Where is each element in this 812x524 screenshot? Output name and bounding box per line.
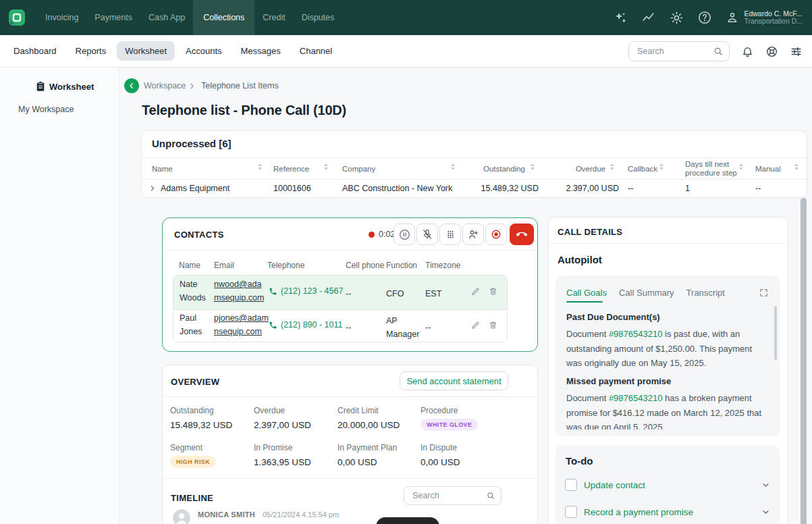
insights-trend-icon[interactable]	[641, 10, 656, 25]
outstanding-value: 15.489,32 USD	[170, 420, 232, 430]
floating-call-widget[interactable]	[376, 517, 439, 524]
col-header-company[interactable]: Company	[342, 165, 375, 173]
sort-reference[interactable]	[324, 163, 328, 170]
timeline-search	[404, 486, 502, 505]
module-nav-tabs: Dashboard Reports Worksheet Accounts Mes…	[5, 41, 340, 61]
procedure-badge: WHITE GLOVE	[421, 419, 478, 431]
sidebar-item-my-workspace[interactable]: My Workspace	[18, 105, 74, 114]
document-link[interactable]: #9876543210	[609, 393, 663, 403]
tab-accounts[interactable]: Accounts	[178, 41, 229, 61]
back-button[interactable]	[124, 78, 139, 93]
tab-call-goals[interactable]: Call Goals	[566, 288, 607, 298]
page-scrollbar-thumb[interactable]	[801, 198, 807, 524]
chevron-down-icon[interactable]	[761, 481, 770, 490]
contacts-col-telephone: Telephone	[267, 261, 304, 270]
tab-reports[interactable]: Reports	[67, 41, 115, 61]
notifications-bell-icon[interactable]	[741, 45, 754, 58]
edit-contact-icon[interactable]	[470, 286, 481, 296]
col-header-callback[interactable]: Callback	[628, 165, 657, 173]
contact-email-link[interactable]: nwood@adamsequip.com	[214, 278, 264, 305]
document-link[interactable]: #9876543210	[609, 329, 663, 339]
mute-button[interactable]	[416, 224, 438, 245]
top-tab-cash-app[interactable]: Cash App	[140, 0, 193, 35]
row-callback: --	[628, 184, 633, 193]
settings-gear-icon[interactable]	[670, 11, 684, 25]
contacts-col-email: Email	[214, 261, 234, 270]
app-root: Invoicing Payments Cash App Collections …	[0, 0, 812, 524]
todo-checkbox[interactable]	[565, 506, 577, 518]
tab-transcript[interactable]: Transcript	[686, 288, 725, 298]
ai-sparkles-icon[interactable]	[614, 11, 628, 25]
chevron-down-icon[interactable]	[761, 508, 770, 517]
hang-up-button[interactable]	[510, 224, 534, 245]
todo-item[interactable]: Update contact	[565, 477, 770, 493]
inner-scrollbar-thumb[interactable]	[774, 306, 777, 360]
dialpad-button[interactable]	[439, 224, 461, 245]
adjustments-icon[interactable]	[790, 45, 803, 58]
sort-days[interactable]	[739, 163, 743, 170]
edit-contact-icon[interactable]	[470, 320, 481, 330]
col-header-overdue[interactable]: Overdue	[567, 165, 605, 173]
hold-button[interactable]	[394, 224, 415, 245]
phone-icon	[269, 287, 277, 296]
contact-phone-link[interactable]: (212) 123 - 4567	[269, 286, 343, 296]
sidebar	[0, 68, 119, 524]
user-menu[interactable]: Edwardo C. McF... Transportation D...	[726, 10, 803, 25]
tab-worksheet[interactable]: Worksheet	[117, 41, 175, 61]
sort-callback[interactable]	[659, 163, 664, 170]
module-nav-actions	[628, 35, 803, 68]
search-icon[interactable]	[713, 46, 724, 57]
top-tab-credit[interactable]: Credit	[254, 0, 293, 35]
brand-logo-icon[interactable]	[9, 9, 25, 26]
top-nav: Invoicing Payments Cash App Collections …	[0, 0, 812, 35]
globe-icon[interactable]	[765, 45, 778, 58]
tab-channel[interactable]: Channel	[292, 41, 340, 61]
top-tab-collections[interactable]: Collections	[193, 0, 254, 35]
outstanding-label: Outstanding	[170, 406, 214, 415]
delete-contact-icon[interactable]	[488, 286, 498, 296]
contact-email-link[interactable]: pjones@adamnsequip.com	[214, 311, 269, 338]
row-overdue: 2.397,00 USD	[560, 184, 619, 193]
contact-timezone: --	[425, 321, 431, 334]
goal-text: Document #9876543210 is past due, with a…	[566, 327, 769, 371]
top-tab-invoicing[interactable]: Invoicing	[37, 0, 86, 35]
contact-cell-phone: --	[346, 287, 351, 300]
contact-phone-link[interactable]: (212) 890 - 1011	[269, 320, 343, 330]
col-header-manual[interactable]: Manual	[755, 165, 781, 173]
active-tab-underline	[566, 301, 603, 303]
col-header-days-till-next[interactable]: Days till next procedure step	[685, 160, 740, 177]
col-header-outstanding[interactable]: Outstanding	[472, 165, 525, 173]
col-header-name[interactable]: Name	[152, 165, 173, 173]
sort-overdue[interactable]	[610, 163, 614, 170]
overdue-value: 2.397,00 USD	[254, 420, 311, 430]
global-search	[628, 41, 730, 61]
tab-call-summary[interactable]: Call Summary	[619, 288, 674, 298]
row-outstanding: 15.489,32 USD	[466, 184, 539, 193]
segment-label: Segment	[170, 443, 202, 452]
tab-messages[interactable]: Messages	[233, 41, 289, 61]
help-icon[interactable]	[697, 10, 712, 25]
row-expand-chevron-icon[interactable]	[148, 184, 157, 192]
todo-item[interactable]: Record a payment promise	[565, 504, 770, 520]
call-goals-panel: Call Goals Call Summary Transcript Past …	[556, 276, 780, 436]
record-button[interactable]	[485, 224, 507, 245]
tab-dashboard[interactable]: Dashboard	[5, 41, 65, 61]
sort-outstanding[interactable]	[531, 163, 535, 170]
expand-icon[interactable]	[759, 288, 769, 298]
sort-name[interactable]	[258, 163, 262, 170]
top-tab-payments[interactable]: Payments	[86, 0, 140, 35]
sort-company[interactable]	[451, 163, 455, 170]
breadcrumb-workspace[interactable]: Workspace	[144, 81, 186, 90]
breadcrumb-telephone-list-items: Telephone List Items	[201, 81, 279, 90]
sort-manual[interactable]	[794, 163, 799, 170]
search-icon[interactable]	[486, 491, 495, 500]
sidebar-item-worksheet[interactable]: Worksheet	[49, 82, 94, 92]
top-tab-disputes[interactable]: Disputes	[294, 0, 343, 35]
col-header-reference[interactable]: Reference	[273, 165, 309, 173]
add-participant-button[interactable]	[462, 224, 484, 245]
timeline-search-input[interactable]	[411, 490, 486, 501]
todo-checkbox[interactable]	[565, 479, 577, 491]
global-search-input[interactable]	[636, 46, 713, 57]
delete-contact-icon[interactable]	[488, 320, 498, 330]
send-statement-button[interactable]: Send account statement	[400, 371, 508, 390]
